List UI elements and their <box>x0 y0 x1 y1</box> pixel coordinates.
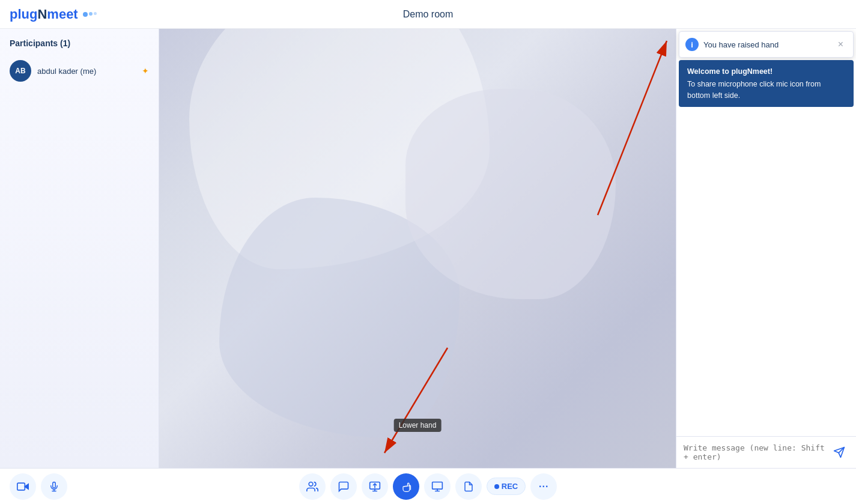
participant-item: AB abdul kader (me) ✦ <box>0 55 159 87</box>
right-panel: i You have raised hand × Welcome to plug… <box>676 29 856 468</box>
participants-icon <box>306 481 318 493</box>
participants-header: Participants (1) <box>0 38 159 55</box>
logo-text: plugNmeet <box>10 7 78 22</box>
participants-button[interactable] <box>299 473 326 500</box>
svg-rect-9 <box>432 482 442 489</box>
document-icon <box>463 481 474 493</box>
raise-hand-button[interactable] <box>393 473 419 500</box>
bottom-toolbar: REC ··· <box>0 468 856 504</box>
rec-label: REC <box>502 482 518 491</box>
logo-meet: meet <box>47 7 77 22</box>
camera-icon <box>17 481 29 493</box>
chat-input-area <box>676 436 856 468</box>
logo-plug: plug <box>10 7 37 22</box>
more-options-button[interactable]: ··· <box>530 473 557 500</box>
logo-dot-2 <box>89 12 93 16</box>
raised-hand-notification: i You have raised hand × <box>679 31 854 58</box>
raise-hand-icon <box>400 481 412 493</box>
info-icon: i <box>685 38 699 51</box>
logo-dot-3 <box>94 12 97 15</box>
screen-share-button[interactable] <box>362 473 388 500</box>
logo-dot-1 <box>83 12 88 17</box>
chat-input[interactable] <box>684 443 825 461</box>
welcome-notification: Welcome to plugNmeet! To share microphon… <box>679 60 854 107</box>
media-controls <box>10 473 67 500</box>
logo-decoration <box>83 12 97 17</box>
svg-rect-4 <box>17 483 25 490</box>
chat-icon <box>338 481 350 493</box>
camera-button[interactable] <box>10 473 36 500</box>
room-title: Demo room <box>403 9 454 20</box>
video-background: Lower hand <box>159 29 676 468</box>
header: plugNmeet Demo room <box>0 0 856 29</box>
welcome-title: Welcome to plugNmeet! <box>687 66 845 77</box>
logo-n: N <box>37 7 47 22</box>
rec-dot <box>494 484 499 489</box>
whiteboard-icon <box>431 481 443 493</box>
send-message-button[interactable] <box>830 443 849 462</box>
svg-point-7 <box>309 482 313 486</box>
bg-shape-3 <box>405 89 616 299</box>
video-area: Lower hand <box>159 29 676 468</box>
microphone-button[interactable] <box>41 473 67 500</box>
sidebar: Participants (1) AB abdul kader (me) ✦ <box>0 29 159 468</box>
document-button[interactable] <box>455 473 482 500</box>
raised-hand-text: You have raised hand <box>703 40 832 49</box>
welcome-body: To share microphone click mic icon from … <box>687 79 845 102</box>
more-icon: ··· <box>539 481 548 492</box>
notification-banner: i You have raised hand × Welcome to plug… <box>676 29 856 109</box>
chat-area <box>676 101 856 436</box>
microphone-icon <box>49 481 59 493</box>
avatar: AB <box>10 60 31 82</box>
chat-button[interactable] <box>330 473 357 500</box>
screen-share-icon <box>369 481 381 493</box>
send-icon <box>833 446 845 458</box>
whiteboard-button[interactable] <box>424 473 451 500</box>
main-container: Participants (1) AB abdul kader (me) ✦ <box>0 29 856 468</box>
hand-raised-indicator: ✦ <box>142 66 149 76</box>
participant-name: abdul kader (me) <box>37 67 136 76</box>
logo: plugNmeet <box>10 7 97 22</box>
close-notification-button[interactable]: × <box>837 38 845 51</box>
recording-button[interactable]: REC <box>487 478 526 495</box>
